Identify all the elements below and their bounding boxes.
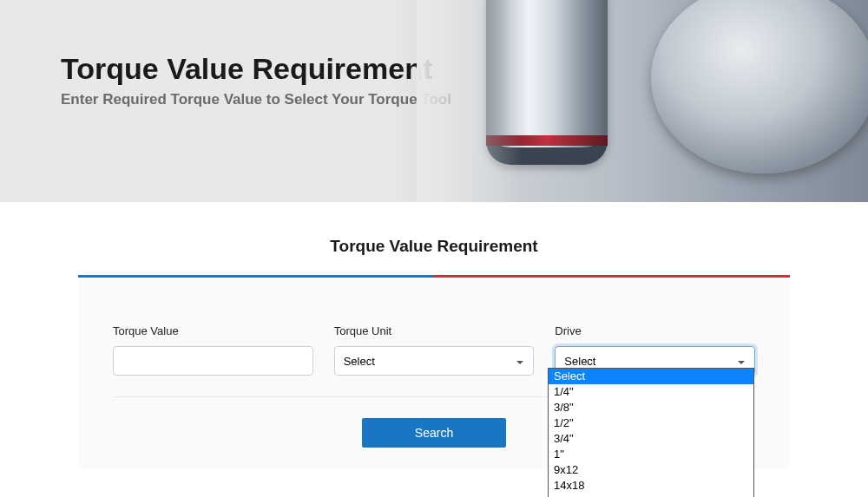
chevron-down-icon	[516, 356, 524, 365]
drive-option[interactable]: 3/8"	[549, 400, 753, 415]
section-title: Torque Value Requirement	[0, 237, 868, 256]
torque-unit-selected: Select	[344, 355, 375, 368]
drive-dropdown[interactable]: Select1/4"3/8"1/2"3/4"1"9x1214x181/4" Bi…	[548, 368, 754, 497]
panel-accent	[78, 275, 790, 278]
chevron-down-icon	[737, 356, 746, 365]
torque-unit-label: Torque Unit	[334, 324, 535, 337]
drive-label: Drive	[555, 324, 755, 337]
hero-banner: Torque Value Requirement Enter Required …	[0, 0, 868, 202]
torque-unit-select[interactable]: Select	[334, 346, 535, 376]
drive-option[interactable]: 1"	[549, 447, 753, 462]
drive-option[interactable]: 14x18	[549, 478, 753, 494]
drive-option[interactable]: 1/2"	[549, 415, 753, 431]
search-button[interactable]: Search	[362, 418, 506, 448]
torque-value-label: Torque Value	[113, 324, 313, 337]
drive-option[interactable]: 3/4"	[549, 431, 753, 447]
drive-selected: Select	[564, 355, 595, 368]
drive-option[interactable]: 1/4"	[549, 384, 753, 400]
torque-value-input[interactable]	[113, 346, 313, 376]
drive-option[interactable]: 1/4" Bit holder	[549, 494, 753, 497]
drive-option[interactable]: Select	[549, 369, 753, 384]
drive-option[interactable]: 9x12	[549, 462, 753, 478]
hero-image	[417, 0, 868, 202]
